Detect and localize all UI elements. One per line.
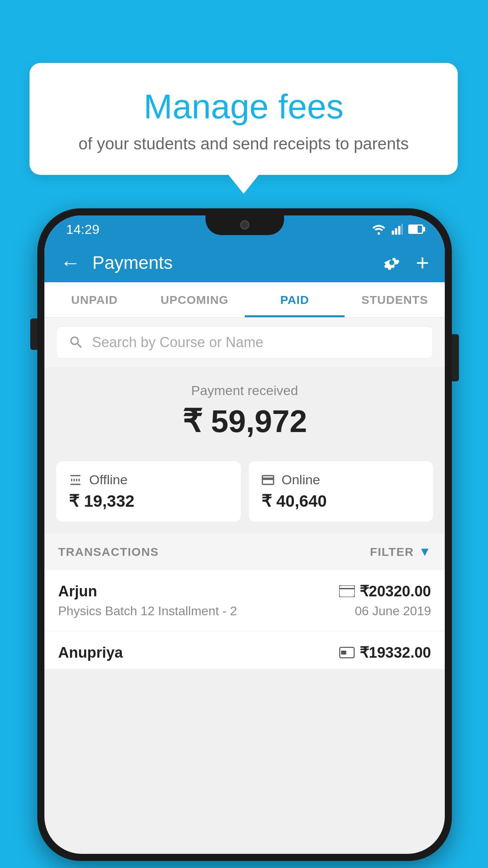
wifi-icon (371, 224, 386, 235)
student-name: Anupriya (58, 644, 123, 661)
offline-card-header: Offline (68, 472, 229, 487)
transaction-amount-2: ₹19332.00 (360, 644, 431, 661)
signal-icon (391, 224, 404, 235)
search-container: Search by Course or Name (44, 318, 445, 367)
transaction-date: 06 June 2019 (355, 604, 431, 618)
status-bar: 14:29 (44, 215, 445, 243)
tab-upcoming[interactable]: UPCOMING (145, 282, 245, 317)
transaction-amount: ₹20320.00 (360, 583, 431, 600)
online-icon (261, 473, 275, 487)
transaction-right: ₹20320.00 (339, 583, 431, 600)
settings-icon[interactable] (382, 252, 402, 273)
bubble-subtitle: of your students and send receipts to pa… (61, 134, 426, 153)
transactions-header: TRANSACTIONS FILTER ▼ (44, 533, 445, 570)
tabs-bar: UNPAID UPCOMING PAID STUDENTS (44, 282, 445, 318)
app-bar-title: Payments (92, 252, 370, 273)
svg-rect-1 (395, 228, 397, 235)
filter-label: FILTER (370, 545, 414, 559)
online-amount: ₹ 40,640 (261, 491, 422, 511)
offline-amount: ₹ 19,332 (68, 491, 229, 511)
status-time: 14:29 (66, 222, 99, 237)
payment-summary: Payment received ₹ 59,972 (44, 367, 445, 453)
search-icon (68, 335, 84, 350)
svg-rect-4 (339, 585, 355, 597)
online-card: Online ₹ 40,640 (249, 461, 433, 522)
filter-container[interactable]: FILTER ▼ (370, 544, 431, 559)
phone-screen: 14:29 (44, 215, 445, 854)
transaction-row[interactable]: Arjun ₹20320.00 Physics Batch 12 Install… (44, 570, 445, 631)
payment-amount: ₹ 59,972 (56, 403, 433, 440)
bubble-title: Manage fees (61, 86, 426, 127)
phone-outer: 14:29 (37, 208, 452, 861)
notch-camera (240, 220, 250, 230)
offline-type: Offline (89, 472, 128, 487)
notch (205, 215, 284, 235)
payment-method-icon (339, 585, 355, 597)
tab-paid[interactable]: PAID (245, 282, 345, 317)
search-input[interactable]: Search by Course or Name (92, 334, 263, 351)
svg-rect-0 (392, 231, 394, 235)
tab-students[interactable]: STUDENTS (345, 282, 445, 317)
online-type: Online (282, 472, 320, 487)
offline-card: Offline ₹ 19,332 (56, 461, 241, 522)
add-button[interactable]: + (416, 251, 429, 274)
payment-cards: Offline ₹ 19,332 Online ₹ 40,640 (44, 453, 445, 533)
transactions-label: TRANSACTIONS (58, 545, 159, 559)
transaction-row-partial[interactable]: Anupriya ₹19332.00 (44, 631, 445, 669)
transaction-right-2: ₹19332.00 (339, 644, 431, 661)
svg-rect-2 (398, 226, 400, 235)
status-icons (371, 224, 423, 235)
speech-bubble: Manage fees of your students and send re… (29, 63, 458, 175)
app-bar: ← Payments + (44, 243, 445, 282)
filter-icon: ▼ (418, 544, 431, 559)
tab-unpaid[interactable]: UNPAID (44, 282, 145, 317)
payment-label: Payment received (56, 383, 433, 398)
svg-rect-3 (402, 224, 403, 235)
phone-wrapper: 14:29 (37, 208, 452, 861)
transaction-bottom: Physics Batch 12 Installment - 2 06 June… (58, 604, 431, 618)
svg-rect-7 (341, 651, 346, 655)
course-name: Physics Batch 12 Installment - 2 (58, 604, 237, 618)
search-box[interactable]: Search by Course or Name (56, 326, 433, 359)
offline-icon (68, 473, 83, 487)
transaction-top-partial: Anupriya ₹19332.00 (58, 644, 431, 661)
back-button[interactable]: ← (60, 252, 81, 273)
app-bar-icons: + (382, 251, 429, 274)
payment-method-icon-2 (339, 647, 355, 658)
student-name: Arjun (58, 583, 97, 600)
battery-icon (408, 224, 423, 234)
transaction-top: Arjun ₹20320.00 (58, 583, 431, 600)
online-card-header: Online (261, 472, 422, 487)
